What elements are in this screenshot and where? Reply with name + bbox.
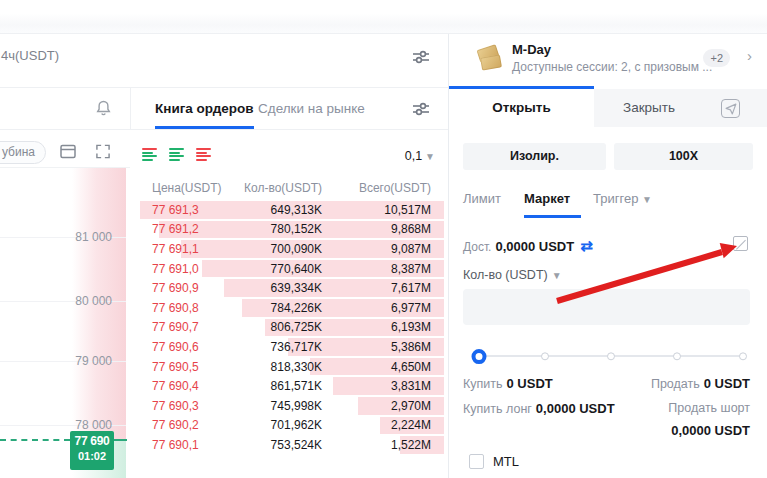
qty-slider xyxy=(449,345,767,367)
ask-qty: 649,313K xyxy=(222,203,322,217)
ask-qty: 770,640K xyxy=(222,262,322,276)
trade-panel: M-Day Доступные сессии: 2, с призовым ..… xyxy=(449,34,767,478)
sell-short-label: Продать шорт xyxy=(668,401,750,415)
orderbook-ask-row[interactable]: 77 691,0770,640K8,387M xyxy=(140,259,444,279)
tab-close[interactable]: Закрыть xyxy=(594,89,704,127)
current-price-badge: 77 690 01:02 xyxy=(70,431,114,470)
ask-price: 77 690,9 xyxy=(152,281,222,295)
subheader: Книга ордеров Сделки на рынке xyxy=(0,88,448,130)
timeframe-label[interactable]: 4ч(USDT) xyxy=(1,48,59,63)
qty-unit-label: Кол-во (USDT) xyxy=(463,268,548,282)
ask-qty: 745,998K xyxy=(222,399,322,413)
sell-short-label-row: Продать шорт xyxy=(668,401,750,415)
slider-step-75[interactable] xyxy=(673,352,681,360)
ask-total: 2,970M xyxy=(322,399,431,413)
orderbook-ask-row[interactable]: 77 690,7806,725K6,193M xyxy=(140,318,444,338)
view-mode-bids-icon[interactable] xyxy=(169,147,186,162)
tab-market-trades[interactable]: Сделки на рынке xyxy=(258,88,365,129)
ask-qty: 861,571K xyxy=(222,379,322,393)
ask-price: 77 690,6 xyxy=(152,340,222,354)
buy-label: Купить xyxy=(463,377,503,391)
panel-layout-icon[interactable] xyxy=(60,144,76,163)
orderbook-ask-row[interactable]: 77 691,1700,090K9,087M xyxy=(140,239,444,259)
ask-qty: 780,152K xyxy=(222,222,322,236)
orderbook-ask-row[interactable]: 77 690,8784,226K6,977M xyxy=(140,298,444,318)
order-type-market[interactable]: Маркет xyxy=(524,191,570,206)
current-price-value: 77 690 xyxy=(70,434,114,448)
ask-price: 77 690,1 xyxy=(152,438,222,452)
orderbook-ask-row[interactable]: 77 691,2780,152K9,868M xyxy=(140,220,444,240)
ask-total: 9,868M xyxy=(322,222,431,236)
available-balance-row: Дост.0,0000 USDT⇄ xyxy=(463,237,593,255)
order-type-trigger-label: Триггер xyxy=(593,191,638,206)
ask-total: 4,650M xyxy=(322,360,431,374)
orderbook-ask-row[interactable]: 77 690,4861,571K3,831M xyxy=(140,376,444,396)
qty-unit-dropdown[interactable]: Кол-во (USDT)▼ xyxy=(463,268,562,282)
slider-step-25[interactable] xyxy=(541,352,549,360)
depth-tab-button[interactable]: убина xyxy=(0,141,46,164)
ask-qty: 639,334K xyxy=(222,281,322,295)
bell-icon[interactable] xyxy=(95,100,112,121)
quick-order-icon[interactable] xyxy=(721,99,740,118)
fullscreen-icon[interactable] xyxy=(95,144,111,163)
open-close-tabs: Открыть Закрыть xyxy=(449,89,767,127)
chart-settings-icon[interactable] xyxy=(412,49,430,65)
orderbook-ask-row[interactable]: 77 691,3649,313K10,517M xyxy=(140,200,444,220)
orderbook-ask-row[interactable]: 77 690,2701,962K2,224M xyxy=(140,416,444,436)
ask-qty: 701,962K xyxy=(222,418,322,432)
tab-open[interactable]: Открыть xyxy=(449,89,594,127)
ask-total: 3,831M xyxy=(322,379,431,393)
order-type-trigger[interactable]: Триггер ▼ xyxy=(593,191,652,206)
order-type-limit[interactable]: Лимит xyxy=(463,191,501,206)
tick-size-value: 0,1 xyxy=(405,149,422,163)
ask-qty: 806,725K xyxy=(222,320,322,334)
tick-size-dropdown[interactable]: 0,1▼ xyxy=(405,149,435,163)
transfer-swap-icon[interactable]: ⇄ xyxy=(580,237,593,254)
slider-step-50[interactable] xyxy=(607,352,615,360)
ask-total: 6,193M xyxy=(322,320,431,334)
price-axis-label: 79 000 xyxy=(75,354,112,368)
ask-qty: 818,330K xyxy=(222,360,322,374)
ask-qty: 784,226K xyxy=(222,301,322,315)
current-price-line-right xyxy=(113,439,127,441)
view-mode-both-icon[interactable] xyxy=(142,147,159,162)
ask-total: 5,386M xyxy=(322,340,431,354)
sell-short-value-row: 0,0000 USDT xyxy=(671,423,750,438)
orderbook-settings-icon[interactable] xyxy=(412,101,430,117)
sell-cost-row: Продать0 USDT xyxy=(651,376,750,391)
margin-mode-button[interactable]: Изолир. xyxy=(463,143,606,170)
orderbook-ask-row[interactable]: 77 690,5818,330K4,650M xyxy=(140,357,444,377)
ask-total: 10,517M xyxy=(322,203,431,217)
mday-tickets-icon xyxy=(477,43,505,73)
orderbook-ask-row[interactable]: 77 690,3745,998K2,970M xyxy=(140,396,444,416)
orderbook-ask-row[interactable]: 77 690,6736,717K5,386M xyxy=(140,337,444,357)
orderbook-ask-row[interactable]: 77 690,9639,334K7,617M xyxy=(140,278,444,298)
tab-order-book[interactable]: Книга ордеров xyxy=(155,88,254,129)
mtl-label: MTL xyxy=(493,454,519,469)
slider-step-100[interactable] xyxy=(739,352,747,360)
price-axis-label: 81 000 xyxy=(75,230,112,244)
calculator-icon[interactable] xyxy=(733,236,748,251)
ask-total: 2,224M xyxy=(322,418,431,432)
promo-count-badge: +2 xyxy=(703,49,730,67)
ask-price: 77 690,2 xyxy=(152,418,222,432)
current-price-line xyxy=(0,439,70,441)
slider-handle[interactable] xyxy=(472,349,487,364)
view-mode-asks-icon[interactable] xyxy=(196,147,213,162)
ask-total: 6,977M xyxy=(322,301,431,315)
buy-long-row: Купить лонг0,0000 USDT xyxy=(463,401,615,416)
price-axis-label: 78 000 xyxy=(75,418,112,432)
chevron-down-icon: ▼ xyxy=(425,151,435,162)
chevron-right-icon[interactable]: › xyxy=(747,47,752,64)
ask-price: 77 690,7 xyxy=(152,320,222,334)
leverage-button[interactable]: 100X xyxy=(614,143,753,170)
order-type-active-indicator xyxy=(524,215,581,218)
top-navbar xyxy=(0,0,767,34)
ask-price: 77 690,4 xyxy=(152,379,222,393)
sell-short-value: 0,0000 USDT xyxy=(671,423,750,438)
qty-input[interactable] xyxy=(463,289,750,325)
available-label: Дост. xyxy=(463,240,491,254)
orderbook-ask-row[interactable]: 77 690,1753,524K1,522M xyxy=(140,435,444,455)
mtl-checkbox[interactable] xyxy=(469,454,484,469)
depth-tab-label: убина xyxy=(2,145,35,159)
